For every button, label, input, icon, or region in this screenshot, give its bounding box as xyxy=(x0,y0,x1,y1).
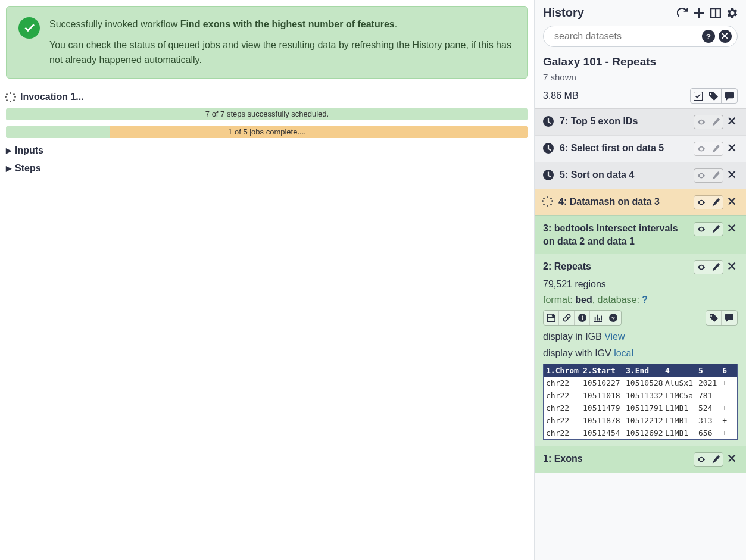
eye-icon xyxy=(694,115,708,129)
help-icon[interactable] xyxy=(605,311,621,325)
history-view-icon[interactable] xyxy=(710,8,721,18)
history-item-6[interactable]: 6: Select first on data 5 xyxy=(535,135,746,162)
history-size: 3.86 MB xyxy=(543,90,579,101)
history-item-title: 7: Top 5 exon IDs xyxy=(560,115,688,128)
preview-table: 1.Chrom2.Start3.End456 chr22105102271051… xyxy=(543,364,738,440)
dataset-regions: 79,521 regions xyxy=(543,279,738,290)
history-item-title: 4: Datamash on data 3 xyxy=(558,195,688,208)
history-item-3[interactable]: 3: bedtools Intersect intervals on data … xyxy=(535,215,746,254)
new-history-icon[interactable] xyxy=(694,8,704,18)
clock-icon xyxy=(543,170,554,180)
delete-icon[interactable] xyxy=(727,170,738,182)
delete-icon[interactable] xyxy=(727,116,738,129)
chart-icon[interactable] xyxy=(590,311,605,325)
pencil-icon xyxy=(708,142,723,155)
link-icon[interactable] xyxy=(559,311,575,325)
info-icon[interactable] xyxy=(575,311,590,325)
delete-icon[interactable] xyxy=(727,453,738,466)
refresh-icon[interactable] xyxy=(677,8,688,18)
clock-icon xyxy=(543,116,554,127)
eye-icon[interactable] xyxy=(694,196,708,209)
pencil-icon xyxy=(708,115,723,129)
search-clear-icon[interactable] xyxy=(719,30,732,43)
history-title: History xyxy=(543,6,584,20)
eye-icon[interactable] xyxy=(694,223,708,236)
pencil-icon[interactable] xyxy=(708,223,723,236)
spinner-icon xyxy=(6,92,15,102)
tags-icon[interactable] xyxy=(706,89,722,103)
database-link[interactable]: ? xyxy=(642,295,648,305)
igv-local-link[interactable]: local xyxy=(614,348,633,358)
history-options-icon[interactable] xyxy=(727,8,738,18)
pencil-icon[interactable] xyxy=(708,453,723,466)
steps-progress-bar: 7 of 7 steps successfully scheduled. xyxy=(6,108,528,120)
history-panel: History ? Galaxy 101 - Repeats 7 shown 3… xyxy=(534,0,746,560)
history-item-4[interactable]: 4: Datamash on data 3 xyxy=(535,189,746,215)
pencil-icon[interactable] xyxy=(708,261,723,274)
history-item-title: 6: Select first on data 5 xyxy=(560,142,688,155)
jobs-progress-bar: 1 of 5 jobs complete.... xyxy=(6,126,528,138)
history-item-title: 3: bedtools Intersect intervals on data … xyxy=(543,222,688,248)
tags-icon[interactable] xyxy=(706,311,722,325)
eye-icon[interactable] xyxy=(694,261,708,274)
delete-icon[interactable] xyxy=(727,261,738,274)
pencil-icon[interactable] xyxy=(708,196,723,209)
select-icon[interactable] xyxy=(691,89,706,103)
annotation-icon[interactable] xyxy=(722,311,737,325)
alert-body-text: You can check the status of queued jobs … xyxy=(49,38,516,68)
history-name[interactable]: Galaxy 101 - Repeats xyxy=(543,55,738,68)
save-icon[interactable] xyxy=(544,311,559,325)
history-shown: 7 shown xyxy=(543,72,738,82)
history-item-title: 2: Repeats xyxy=(543,260,688,273)
success-alert: Successfully invoked workflow Find exons… xyxy=(6,6,528,79)
history-item-title: 1: Exons xyxy=(543,452,688,465)
history-item-7[interactable]: 7: Top 5 exon IDs xyxy=(535,108,746,135)
steps-expander[interactable]: ▶Steps xyxy=(6,163,528,174)
history-item-2[interactable]: 2: Repeats 79,521 regions format: bed, d… xyxy=(535,254,746,446)
spinner-icon xyxy=(543,196,553,206)
eye-icon xyxy=(694,142,708,155)
delete-icon[interactable] xyxy=(727,196,738,209)
eye-icon xyxy=(694,169,708,182)
igb-view-link[interactable]: View xyxy=(604,331,625,342)
check-icon xyxy=(18,17,40,39)
search-help-icon[interactable]: ? xyxy=(702,30,715,43)
history-item-1[interactable]: 1: Exons xyxy=(535,446,746,473)
invocation-header[interactable]: Invocation 1... xyxy=(6,92,528,102)
clock-icon xyxy=(543,143,554,154)
history-item-5[interactable]: 5: Sort on data 4 xyxy=(535,162,746,189)
delete-icon[interactable] xyxy=(727,223,738,236)
alert-title: Successfully invoked workflow Find exons… xyxy=(49,17,516,32)
annotation-icon[interactable] xyxy=(722,89,737,103)
eye-icon[interactable] xyxy=(694,453,708,466)
delete-icon[interactable] xyxy=(727,143,738,155)
history-item-title: 5: Sort on data 4 xyxy=(560,168,688,182)
pencil-icon xyxy=(708,169,723,182)
inputs-expander[interactable]: ▶Inputs xyxy=(6,145,528,156)
